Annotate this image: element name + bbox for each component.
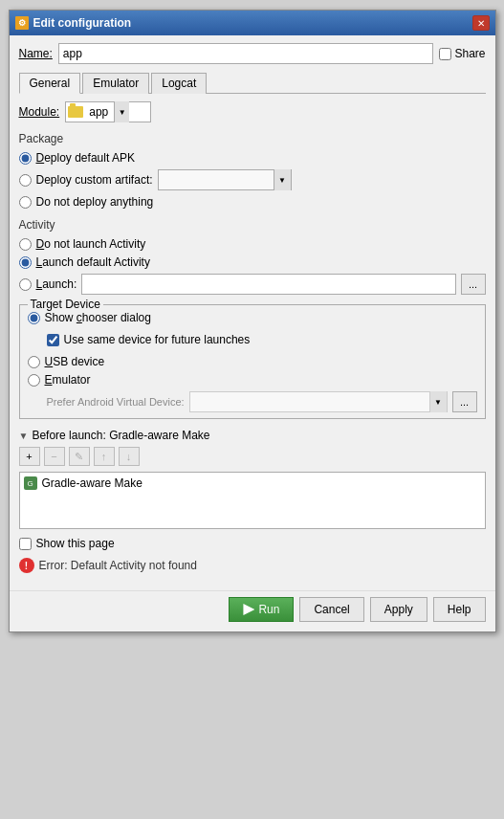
run-label: Run (258, 603, 279, 616)
custom-dropdown-arrow[interactable]: ▼ (274, 169, 291, 190)
show-page-row: Show this page (19, 537, 486, 550)
share-label: Share (454, 47, 485, 60)
add-btn[interactable]: + (19, 447, 40, 466)
before-launch-list: G Gradle-aware Make (19, 472, 486, 529)
usb-device-radio[interactable] (28, 356, 40, 368)
deploy-default-radio[interactable] (19, 152, 32, 165)
avd-row: Prefer Android Virtual Device: ▼ ... (28, 391, 477, 412)
folder-icon (68, 106, 83, 118)
deploy-custom-radio[interactable] (19, 174, 32, 187)
cancel-button[interactable]: Cancel (299, 597, 363, 622)
activity-options: Do not launch Activity Launch default Ac… (19, 237, 486, 295)
module-row: Module: app ▼ (19, 101, 486, 122)
launch-radio[interactable] (19, 278, 32, 291)
tabs-container: General Emulator Logcat (19, 72, 486, 94)
down-btn[interactable]: ↓ (119, 447, 140, 466)
show-page-label: Show this page (36, 537, 115, 550)
launch-default-label: Launch default Activity (36, 255, 150, 269)
target-option-3: Emulator (28, 373, 477, 387)
target-option-1: Show chooser dialog (28, 311, 477, 324)
share-checkbox[interactable] (439, 48, 451, 60)
deploy-custom-label: Deploy custom artifact: (36, 173, 153, 187)
emulator-radio[interactable] (28, 374, 40, 387)
before-launch-title: Before launch: Gradle-aware Make (32, 429, 209, 442)
use-same-device-checkbox[interactable] (47, 334, 59, 346)
emulator-label: Emulator (45, 373, 91, 387)
deploy-default-label: Deploy default APK (36, 151, 135, 165)
cancel-label: Cancel (314, 603, 349, 616)
no-launch-radio[interactable] (19, 238, 32, 251)
launch-default-radio[interactable] (19, 256, 32, 269)
up-btn[interactable]: ↑ (94, 447, 115, 466)
edit-btn[interactable]: ✎ (69, 447, 90, 466)
name-label: Name: (19, 47, 53, 60)
show-chooser-radio[interactable] (28, 312, 40, 324)
package-section: Package Deploy default APK Deploy custom… (19, 132, 486, 209)
error-icon: ! (19, 558, 34, 573)
package-option-2: Deploy custom artifact: ▼ (19, 169, 486, 190)
target-option-2: USB device (28, 355, 477, 368)
gradle-item-label: Gradle-aware Make (42, 476, 142, 490)
title-controls: ✕ (472, 15, 490, 31)
target-device-options: Show chooser dialog Use same device for … (28, 311, 477, 412)
before-launch-header: ▼ Before launch: Gradle-aware Make (19, 429, 486, 442)
package-options: Deploy default APK Deploy custom artifac… (19, 151, 486, 209)
remove-btn[interactable]: − (44, 447, 65, 466)
gradle-icon: G (24, 476, 37, 490)
show-chooser-label: Show chooser dialog (45, 311, 151, 324)
window-icon: ⚙ (15, 16, 29, 30)
activity-option-1: Do not launch Activity (19, 237, 486, 251)
error-message: Error: Default Activity not found (39, 559, 197, 572)
share-row: Share (439, 47, 485, 60)
apply-button[interactable]: Apply (370, 597, 427, 622)
activity-option-3: Launch: ... (19, 274, 486, 295)
before-launch-section: ▼ Before launch: Gradle-aware Make + − ✎… (19, 429, 486, 529)
error-row: ! Error: Default Activity not found (19, 558, 486, 573)
target-device-section: Target Device Show chooser dialog Use sa… (19, 304, 486, 419)
use-same-device-row: Use same device for future launches (28, 333, 477, 346)
avd-dropdown-arrow[interactable]: ▼ (429, 391, 447, 412)
bottom-buttons: Run Cancel Apply Help (10, 590, 495, 631)
target-device-title: Target Device (28, 298, 103, 311)
activity-option-2: Launch default Activity (19, 255, 486, 269)
name-row: Name: Share (19, 43, 486, 64)
launch-label: Launch: (36, 277, 77, 291)
custom-artifact-dropdown[interactable]: ▼ (158, 169, 292, 190)
title-bar: ⚙ Edit configuration ✕ (10, 11, 495, 35)
tab-logcat[interactable]: Logcat (151, 73, 207, 94)
help-label: Help (448, 603, 471, 616)
usb-device-label: USB device (45, 355, 105, 368)
no-deploy-label: Do not deploy anything (36, 195, 154, 209)
launch-input[interactable] (81, 274, 455, 295)
apply-label: Apply (384, 603, 413, 616)
module-value: app (86, 105, 111, 119)
avd-browse-btn[interactable]: ... (452, 391, 477, 412)
show-page-checkbox[interactable] (19, 538, 32, 550)
before-launch-toolbar: + − ✎ ↑ ↓ (19, 447, 486, 466)
no-launch-label: Do not launch Activity (36, 237, 146, 251)
module-dropdown[interactable]: app ▼ (65, 101, 151, 122)
no-deploy-radio[interactable] (19, 196, 32, 209)
tab-general[interactable]: General (19, 73, 81, 94)
collapse-icon[interactable]: ▼ (19, 431, 29, 441)
run-button[interactable]: Run (229, 597, 294, 622)
main-content: Name: Share General Emulator Logcat Modu… (10, 35, 495, 590)
launch-browse-btn[interactable]: ... (461, 274, 486, 295)
name-input[interactable] (58, 43, 434, 64)
help-button[interactable]: Help (433, 597, 486, 622)
window-title: Edit configuration (33, 16, 132, 30)
close-button[interactable]: ✕ (472, 15, 490, 31)
gradle-item: G Gradle-aware Make (24, 476, 481, 490)
edit-configuration-window: ⚙ Edit configuration ✕ Name: Share Gener… (9, 10, 496, 632)
use-same-device-label: Use same device for future launches (64, 333, 251, 346)
activity-section: Activity Do not launch Activity Launch d… (19, 218, 486, 295)
avd-label: Prefer Android Virtual Device: (47, 396, 185, 408)
package-title: Package (19, 132, 486, 145)
avd-dropdown[interactable]: ▼ (189, 391, 448, 412)
package-option-3: Do not deploy anything (19, 195, 486, 209)
tab-emulator[interactable]: Emulator (82, 73, 149, 94)
package-option-1: Deploy default APK (19, 151, 486, 165)
run-icon (243, 604, 254, 615)
module-dropdown-arrow[interactable]: ▼ (114, 101, 129, 122)
activity-title: Activity (19, 218, 486, 232)
